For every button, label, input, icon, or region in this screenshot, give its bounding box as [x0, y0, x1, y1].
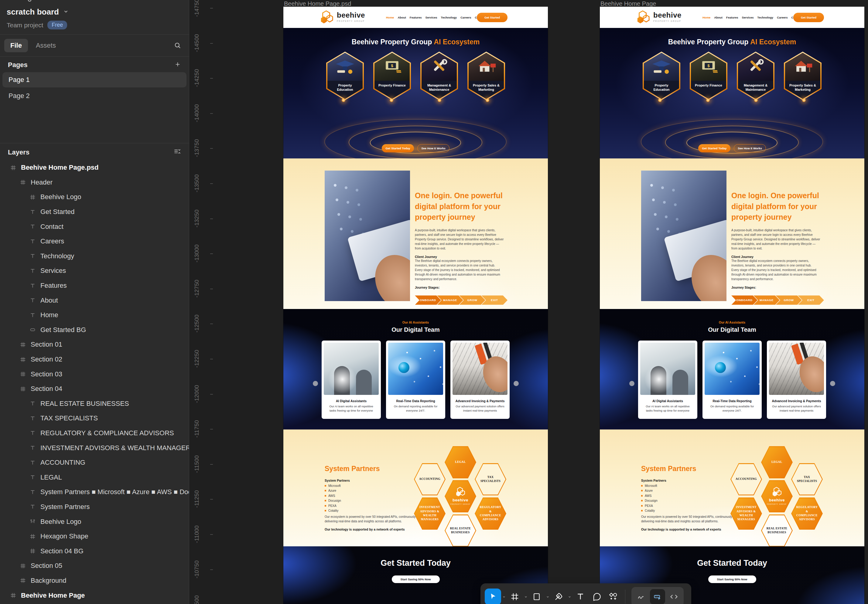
nav-item-features[interactable]: Features: [726, 16, 738, 19]
layer-row[interactable]: Get Started: [0, 205, 189, 219]
see-how-it-works-button[interactable]: See How It Works: [734, 144, 766, 152]
carousel-dot-left[interactable]: [629, 381, 634, 386]
nav-item-about[interactable]: About: [398, 16, 406, 19]
team-card[interactable]: Advanced Invoicing & PaymentsOur advance…: [767, 341, 826, 419]
layer-row[interactable]: REAL ESTATE BUSINESSES: [0, 396, 189, 411]
layer-row[interactable]: Section 04: [0, 382, 189, 396]
artboard-wrap: Beehive Home Page beehive PROPERTY GROUP: [600, 0, 864, 604]
team-card[interactable]: Real-Time Data ReportingOn demand report…: [702, 341, 762, 419]
layer-row[interactable]: TAX SPECIALISTS: [0, 411, 189, 426]
nav-item-services[interactable]: Services: [742, 16, 753, 19]
layer-row[interactable]: Home: [0, 308, 189, 323]
layer-row[interactable]: Section 01: [0, 337, 189, 352]
artboard[interactable]: beehive PROPERTY GROUP HomeAboutFeatures…: [284, 7, 548, 604]
get-started-today-button[interactable]: Get Started Today: [382, 144, 414, 152]
actions-tool[interactable]: [605, 589, 622, 604]
nav-item-features[interactable]: Features: [410, 16, 422, 19]
layer-row[interactable]: REGULATORY & COMPLIANCE ADVISORS: [0, 426, 189, 441]
layer-row[interactable]: Header: [0, 603, 189, 604]
team-card[interactable]: Advanced Invoicing & PaymentsOur advance…: [450, 341, 510, 419]
collapse-layers-icon[interactable]: [174, 148, 181, 157]
artboard-label[interactable]: Beehive Home Page: [600, 0, 864, 7]
get-started-today-button[interactable]: Get Started Today: [698, 144, 730, 152]
code-tool[interactable]: [666, 589, 682, 604]
layer-row[interactable]: Section 05: [0, 558, 189, 573]
tab-file[interactable]: File: [4, 39, 28, 52]
nav-item-home[interactable]: Home: [386, 16, 394, 19]
artboard-label[interactable]: Beehive Home Page.psd: [284, 0, 548, 7]
chevron-down-icon[interactable]: [63, 9, 69, 15]
carousel-dot-right[interactable]: [513, 381, 519, 386]
pen-tool[interactable]: [550, 589, 567, 604]
team-card[interactable]: AI Digital AssistantsOur AI team works o…: [322, 341, 381, 419]
layer-row[interactable]: LEGAL: [0, 470, 189, 485]
shape-tool[interactable]: [529, 589, 545, 604]
add-page-icon[interactable]: [174, 61, 181, 69]
layer-row[interactable]: Services: [0, 263, 189, 278]
search-icon[interactable]: [174, 42, 181, 49]
layer-row[interactable]: Contact: [0, 219, 189, 234]
hero-hexagon-card[interactable]: Property Sales & Marketing: [467, 52, 505, 100]
tab-assets[interactable]: Assets: [30, 39, 62, 52]
move-tool-dropdown-icon[interactable]: [501, 595, 507, 599]
ruler-tick: [210, 43, 213, 44]
layer-row[interactable]: Careers: [0, 234, 189, 249]
layer-row[interactable]: About: [0, 293, 189, 308]
layer-row[interactable]: Header: [0, 175, 189, 190]
nav-item-technology[interactable]: Technology: [441, 16, 457, 19]
hero-hexagon-card[interactable]: Property Education: [326, 52, 364, 100]
get-started-button[interactable]: Get Started: [477, 13, 507, 22]
dev-mode-toggle[interactable]: [650, 589, 665, 604]
layer-row[interactable]: Features: [0, 278, 189, 293]
nav-item-about[interactable]: About: [714, 16, 722, 19]
team-card[interactable]: AI Digital AssistantsOur AI team works o…: [638, 341, 698, 419]
hero-hexagon-card[interactable]: $Property Finance: [373, 52, 411, 100]
frame-tool[interactable]: [507, 589, 523, 604]
hero-hexagon-card[interactable]: $Property Finance: [690, 52, 727, 100]
carousel-dot-right[interactable]: [830, 381, 835, 386]
pen-tool-dropdown-icon[interactable]: [567, 595, 572, 599]
page-item[interactable]: Page 1: [2, 72, 186, 87]
get-started-button[interactable]: Get Started: [793, 13, 824, 22]
layer-row[interactable]: System Partners: [0, 500, 189, 514]
project-title[interactable]: scratch board: [7, 7, 59, 17]
start-saving-button[interactable]: Start Saving 50% Now: [392, 575, 440, 583]
team-card[interactable]: Real-Time Data ReportingOn demand report…: [386, 341, 445, 419]
layer-row[interactable]: Section 03: [0, 367, 189, 382]
layer-row[interactable]: Hexagon Shape: [0, 529, 189, 544]
text-tool[interactable]: [572, 589, 589, 604]
page-item[interactable]: Page 2: [2, 88, 186, 103]
hero-hexagon-card[interactable]: Property Education: [643, 52, 680, 100]
nav-item-technology[interactable]: Technology: [758, 16, 773, 19]
move-tool[interactable]: [485, 589, 501, 604]
layer-row[interactable]: Technology: [0, 249, 189, 264]
layer-row[interactable]: Section 02: [0, 352, 189, 367]
nav-item-careers[interactable]: Careers: [777, 16, 787, 19]
layer-row[interactable]: Beehive Logo: [0, 514, 189, 529]
hero-hexagon-card[interactable]: Property Sales & Marketing: [784, 52, 822, 100]
nav-item-home[interactable]: Home: [702, 16, 710, 19]
hero-hexagon-card[interactable]: Management & Maintenance: [420, 52, 458, 100]
layer-row[interactable]: Beehive Home Page.psd: [0, 160, 189, 175]
carousel-dot-left[interactable]: [313, 381, 318, 386]
draw-tool[interactable]: [634, 589, 649, 604]
layer-row[interactable]: Beehive Logo: [0, 190, 189, 205]
see-how-it-works-button[interactable]: See How It Works: [417, 144, 450, 152]
bottom-toolbar: [480, 583, 691, 604]
hero-hexagon-card[interactable]: Management & Maintenance: [737, 52, 775, 100]
frame-tool-dropdown-icon[interactable]: [523, 595, 529, 599]
comment-tool[interactable]: [589, 589, 605, 604]
layer-row[interactable]: System Partners ■ Microsoft ■ Azure ■ AW…: [0, 485, 189, 500]
shape-tool-dropdown-icon[interactable]: [545, 595, 550, 599]
hero-section: Beehive Property GroupAI Ecosystem Prope…: [600, 28, 864, 158]
layer-row[interactable]: Beehive Home Page: [0, 588, 189, 603]
layer-row[interactable]: INVESTMENT ADVISORS & WEALTH MANAGERS: [0, 440, 189, 455]
nav-item-careers[interactable]: Careers: [460, 16, 471, 19]
start-saving-button[interactable]: Start Saving 50% Now: [708, 575, 756, 583]
layer-row[interactable]: Background: [0, 573, 189, 588]
layer-row[interactable]: ACCOUNTING: [0, 455, 189, 470]
artboard[interactable]: beehive PROPERTY GROUP HomeAboutFeatures…: [600, 7, 864, 604]
layer-row[interactable]: Section 04 BG: [0, 544, 189, 558]
layer-row[interactable]: Get Started BG: [0, 323, 189, 338]
nav-item-services[interactable]: Services: [425, 16, 437, 19]
